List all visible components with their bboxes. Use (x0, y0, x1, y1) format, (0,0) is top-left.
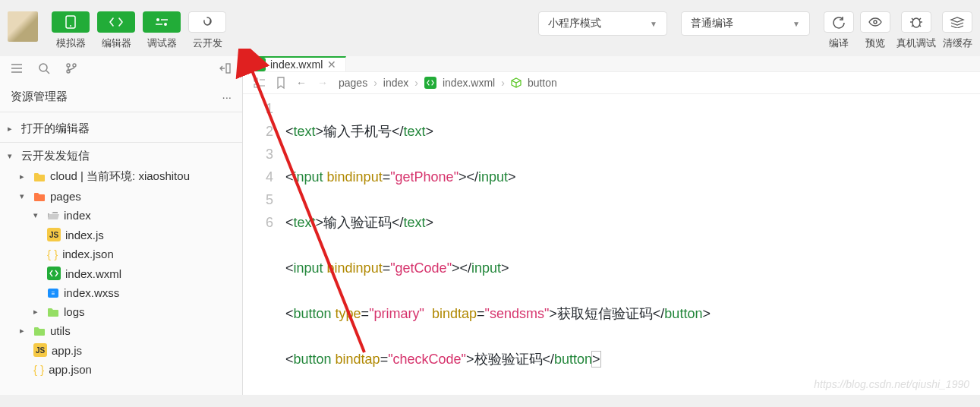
breadcrumb-pages[interactable]: pages (339, 77, 367, 89)
svg-point-2 (156, 18, 159, 21)
list-icon[interactable] (11, 63, 23, 74)
file-label: app.json (49, 363, 92, 376)
svg-point-17 (39, 64, 47, 71)
code-lines: <text>输入手机号</text> <input bindinput="get… (285, 97, 980, 407)
svg-line-13 (919, 25, 921, 27)
left-tool-group: 模拟器 编辑器 调试器 云开发 (52, 11, 226, 50)
project-label: 云开发发短信 (21, 149, 90, 163)
utils-folder[interactable]: ▸ utils (0, 321, 242, 340)
breadcrumb-file[interactable]: index.wxml (443, 77, 495, 89)
wxss-icon: ≡ (47, 288, 59, 298)
file-app-json[interactable]: { } app.json (0, 360, 242, 379)
bookmark-icon[interactable] (276, 77, 285, 89)
pages-folder[interactable]: ▾ pages (0, 187, 242, 206)
phone-icon (52, 11, 90, 33)
clear-cache-button[interactable]: 清缓存 (942, 11, 972, 50)
line-number: 1 (243, 97, 273, 120)
line-number: 3 (243, 143, 273, 166)
chevron-right-icon: › (501, 77, 505, 89)
code-text: 校验验证码 (474, 352, 543, 367)
svg-rect-26 (254, 78, 257, 81)
top-toolbar: 模拟器 编辑器 调试器 云开发 小程序模式 ▼ 普通编译 ▼ (0, 0, 980, 56)
file-index-js[interactable]: JS index.js (0, 225, 242, 245)
preview-button[interactable]: 预览 (860, 11, 890, 50)
svg-line-11 (919, 18, 921, 20)
right-actions: 编译 预览 真机调试 清缓存 (824, 11, 972, 50)
code-text: 获取短信验证码 (557, 306, 653, 321)
editor-subbar: ← → pages › index › index.wxml › button (243, 72, 980, 94)
close-icon[interactable]: ✕ (327, 58, 336, 71)
open-editors-label: 打开的编辑器 (21, 121, 90, 136)
collapse-icon[interactable] (219, 62, 232, 74)
eye-icon (860, 11, 890, 33)
editor-label: 编辑器 (102, 36, 131, 50)
breadcrumb-symbol[interactable]: button (528, 77, 557, 89)
code-text: 输入手机号 (323, 124, 392, 139)
project-root[interactable]: ▾ 云开发发短信 (0, 146, 242, 166)
realdevice-label: 真机调试 (896, 36, 936, 50)
code-area[interactable]: 1 2 3 4 5 6 <text>输入手机号</text> <input bi… (243, 94, 980, 407)
chevron-down-icon: ▾ (33, 210, 43, 220)
layers-icon (942, 11, 972, 33)
mode-dropdown[interactable]: 小程序模式 ▼ (538, 11, 667, 36)
wxml-icon (47, 267, 61, 280)
folder-open-icon (47, 210, 59, 221)
index-folder[interactable]: ▾ index (0, 206, 242, 225)
debugger-label: 调试器 (147, 36, 177, 50)
svg-point-4 (164, 23, 167, 26)
file-app-js[interactable]: JS app.js (0, 340, 242, 360)
compile-mode-dropdown[interactable]: 普通编译 ▼ (681, 11, 810, 36)
nav-forward-icon[interactable]: → (317, 77, 328, 89)
breadcrumb-index[interactable]: index (383, 77, 408, 89)
chevron-right-icon: › (373, 77, 377, 89)
line-number: 6 (243, 211, 273, 234)
avatar[interactable] (8, 11, 38, 42)
cloud-button[interactable]: 云开发 (188, 11, 226, 50)
file-label: index.wxss (64, 286, 119, 299)
file-index-wxss[interactable]: ≡ index.wxss (0, 283, 242, 302)
caret-down-icon: ▼ (650, 20, 657, 28)
realdevice-button[interactable]: 真机调试 (896, 11, 936, 50)
tab-index-wxml[interactable]: index.wxml ✕ (243, 56, 346, 71)
main-area: 资源管理器 ··· ▸ 打开的编辑器 ▾ 云开发发短信 ▸ cloud | 当前… (0, 56, 980, 395)
folder-icon (33, 326, 46, 336)
chevron-right-icon: ▸ (20, 172, 29, 181)
cloud-folder[interactable]: ▸ cloud | 当前环境: xiaoshitou (0, 166, 242, 187)
wxml-icon (252, 58, 266, 71)
index-folder-label: index (64, 209, 91, 222)
file-index-json[interactable]: { } index.json (0, 245, 242, 263)
debugger-button[interactable]: 调试器 (143, 11, 181, 50)
logs-folder[interactable]: ▸ logs (0, 302, 242, 321)
search-icon[interactable] (38, 62, 50, 74)
more-icon[interactable]: ··· (222, 90, 232, 103)
chevron-right-icon: › (414, 77, 418, 89)
branch-icon[interactable] (65, 62, 77, 74)
pages-label: pages (50, 190, 81, 203)
open-editors-section[interactable]: ▸ 打开的编辑器 (0, 118, 242, 139)
refresh-icon (824, 11, 854, 33)
simulator-button[interactable]: 模拟器 (52, 11, 90, 50)
nav-back-icon[interactable]: ← (296, 77, 307, 89)
chevron-down-icon: ▾ (8, 151, 17, 161)
line-number: 2 (243, 120, 273, 143)
explorer-title: 资源管理器 (11, 90, 68, 104)
editor-button[interactable]: 编辑器 (97, 11, 135, 50)
file-label: app.js (52, 344, 82, 357)
bug-icon (901, 11, 931, 33)
code-text: 输入验证码 (323, 215, 392, 230)
file-label: index.json (62, 248, 114, 260)
code-attr: sendsms (490, 306, 544, 321)
svg-point-7 (912, 18, 920, 27)
outline-icon[interactable] (254, 77, 266, 88)
svg-point-6 (874, 21, 877, 24)
svg-point-1 (70, 25, 71, 27)
editor-tabs: index.wxml ✕ (243, 56, 980, 72)
svg-line-12 (912, 25, 913, 27)
logs-label: logs (64, 305, 85, 318)
json-icon: { } (33, 363, 44, 376)
code-attr: checkCode (393, 352, 462, 367)
svg-line-18 (46, 71, 49, 74)
compile-button[interactable]: 编译 (824, 11, 854, 50)
js-icon: JS (47, 228, 61, 241)
file-index-wxml[interactable]: index.wxml (0, 263, 242, 283)
